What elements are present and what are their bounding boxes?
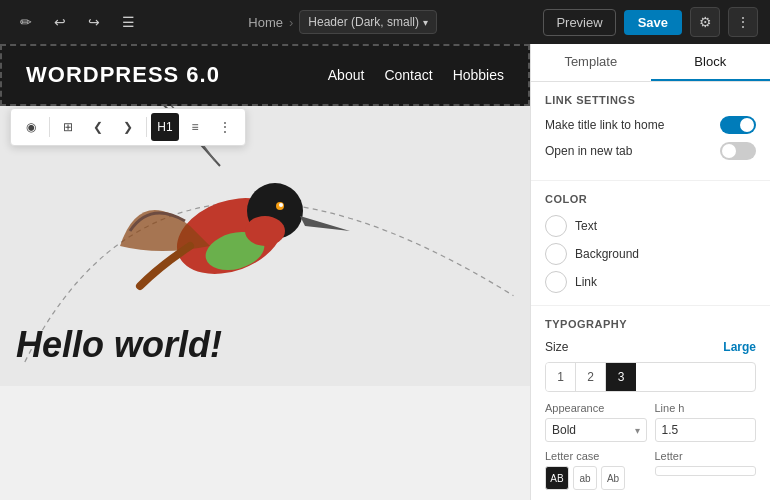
letter-case-field: Letter case AB ab Ab (545, 450, 647, 490)
breadcrumb-current: Header (Dark, small) (308, 15, 419, 29)
color-label-background: Background (575, 247, 639, 261)
appearance-row: Appearance Bold ▾ Line h 1.5 (545, 402, 756, 442)
nav-links: About Contact Hobbies (328, 67, 504, 83)
make-title-link-label: Make title link to home (545, 118, 720, 132)
typography-section: Typography Size Large 1 2 3 Appearance B… (531, 306, 770, 500)
line-height-field: Line h 1.5 (655, 402, 757, 442)
block-tool-prev[interactable]: ❮ (84, 113, 112, 141)
canvas-area: WORDPRESS 6.0 About Contact Hobbies ◉ ⊞ … (0, 44, 530, 500)
toolbar-center: Home › Header (Dark, small) ▾ (150, 10, 535, 34)
color-circle-link (545, 271, 567, 293)
appearance-val: Bold (552, 423, 576, 437)
make-title-link-row: Make title link to home (545, 116, 756, 134)
color-label-link: Link (575, 275, 597, 289)
toolbar-separator-2 (146, 117, 147, 137)
preview-button[interactable]: Preview (543, 9, 615, 36)
main-area: WORDPRESS 6.0 About Contact Hobbies ◉ ⊞ … (0, 44, 770, 500)
lc-btn-lower[interactable]: ab (573, 466, 597, 490)
size-buttons: 1 2 3 (545, 362, 756, 392)
color-label-text: Text (575, 219, 597, 233)
page-header[interactable]: WORDPRESS 6.0 About Contact Hobbies (0, 44, 530, 106)
toolbar-left: ✏ ↩ ↪ ☰ (12, 8, 142, 36)
size-val: Large (723, 340, 756, 354)
undo-icon[interactable]: ↩ (46, 8, 74, 36)
block-tool-more[interactable]: ⋮ (211, 113, 239, 141)
more-options-icon[interactable]: ⋮ (728, 7, 758, 37)
chevron-down-icon: ▾ (423, 17, 428, 28)
color-circle-background (545, 243, 567, 265)
typo-size-row: Size Large (545, 340, 756, 354)
color-title: Color (545, 193, 756, 205)
save-button[interactable]: Save (624, 10, 682, 35)
open-new-tab-label: Open in new tab (545, 144, 720, 158)
size-buttons-container: 1 2 3 (545, 362, 756, 392)
breadcrumb-dropdown[interactable]: Header (Dark, small) ▾ (299, 10, 437, 34)
appearance-label: Appearance (545, 402, 647, 414)
letter-spacing-label: Letter (655, 450, 757, 462)
block-tool-align[interactable]: ≡ (181, 113, 209, 141)
make-title-link-toggle[interactable] (720, 116, 756, 134)
line-height-input[interactable]: 1.5 (655, 418, 757, 442)
tab-template[interactable]: Template (531, 44, 651, 81)
size-label: Size (545, 340, 568, 354)
settings-icon[interactable]: ⚙ (690, 7, 720, 37)
top-toolbar: ✏ ↩ ↪ ☰ Home › Header (Dark, small) ▾ Pr… (0, 0, 770, 44)
size-btn-3[interactable]: 3 (606, 363, 636, 391)
lc-btn-title[interactable]: Ab (601, 466, 625, 490)
site-title: WORDPRESS 6.0 (26, 62, 220, 88)
draw-icon[interactable]: ✏ (12, 8, 40, 36)
open-new-tab-row: Open in new tab (545, 142, 756, 160)
appearance-chevron: ▾ (635, 425, 640, 436)
line-height-label: Line h (655, 402, 757, 414)
lc-btn-upper[interactable]: AB (545, 466, 569, 490)
appearance-input[interactable]: Bold ▾ (545, 418, 647, 442)
size-btn-2[interactable]: 2 (576, 363, 606, 391)
panel-tabs: Template Block (531, 44, 770, 82)
letter-spacing-field: Letter (655, 450, 757, 490)
color-section: Color Text Background Link (531, 181, 770, 306)
make-title-link-knob (740, 118, 754, 132)
block-toolbar: ◉ ⊞ ❮ ❯ H1 ≡ ⋮ (10, 108, 246, 146)
color-circle-text (545, 215, 567, 237)
letter-case-row: Letter case AB ab Ab Letter (545, 450, 756, 490)
menu-icon[interactable]: ☰ (114, 8, 142, 36)
color-option-text[interactable]: Text (545, 215, 756, 237)
block-tool-next[interactable]: ❯ (114, 113, 142, 141)
svg-point-5 (245, 216, 285, 246)
block-tool-h1[interactable]: H1 (151, 113, 179, 141)
color-option-background[interactable]: Background (545, 243, 756, 265)
nav-link-about[interactable]: About (328, 67, 365, 83)
size-btn-1[interactable]: 1 (546, 363, 576, 391)
color-option-link[interactable]: Link (545, 271, 756, 293)
hello-world-text: Hello world! (16, 324, 222, 366)
line-height-val: 1.5 (662, 423, 679, 437)
appearance-field: Appearance Bold ▾ (545, 402, 647, 442)
toolbar-right: Preview Save ⚙ ⋮ (543, 7, 758, 37)
link-settings-title: Link settings (545, 94, 756, 106)
typography-title: Typography (545, 318, 756, 330)
svg-point-4 (279, 203, 283, 207)
redo-icon[interactable]: ↪ (80, 8, 108, 36)
right-panel: Template Block Link settings Make title … (530, 44, 770, 500)
breadcrumb-separator: › (289, 15, 293, 30)
block-tool-type[interactable]: ◉ (17, 113, 45, 141)
letter-case-label: Letter case (545, 450, 647, 462)
toolbar-separator-1 (49, 117, 50, 137)
link-settings-section: Link settings Make title link to home Op… (531, 82, 770, 181)
lc-buttons: AB ab Ab (545, 466, 647, 490)
page-content: WORDPRESS 6.0 About Contact Hobbies ◉ ⊞ … (0, 44, 530, 500)
nav-link-contact[interactable]: Contact (384, 67, 432, 83)
open-new-tab-toggle[interactable] (720, 142, 756, 160)
color-options: Text Background Link (545, 215, 756, 293)
tab-block[interactable]: Block (651, 44, 771, 81)
open-new-tab-knob (722, 144, 736, 158)
letter-spacing-input[interactable] (655, 466, 757, 476)
breadcrumb-home[interactable]: Home (248, 15, 283, 30)
block-tool-grid[interactable]: ⊞ (54, 113, 82, 141)
bird-section: Hello world! (0, 106, 530, 386)
nav-link-hobbies[interactable]: Hobbies (453, 67, 504, 83)
